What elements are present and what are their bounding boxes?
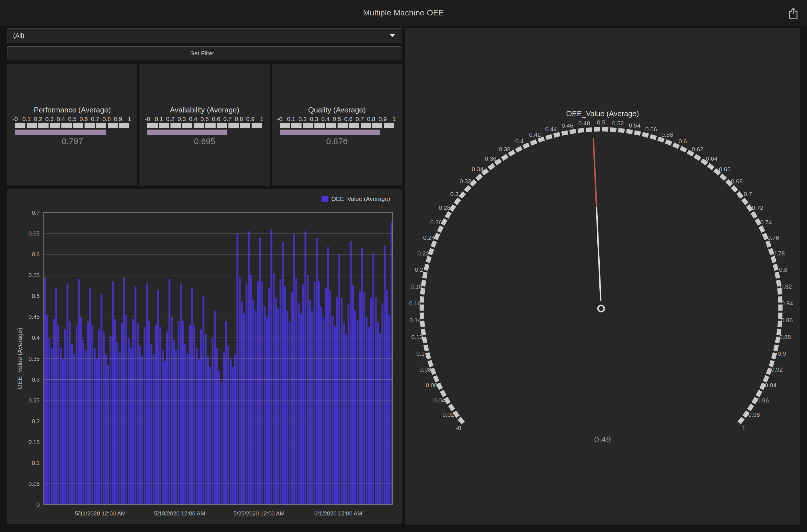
kpi-scale-segment <box>73 123 84 128</box>
dropdown-selected-value: (All) <box>13 32 24 39</box>
svg-text:0.6: 0.6 <box>32 251 40 258</box>
kpi-tick-label: 0.1 <box>287 116 295 122</box>
bar <box>297 303 299 505</box>
kpi-value: 0.797 <box>15 136 129 146</box>
svg-text:0.1: 0.1 <box>416 350 425 357</box>
kpi-bar-track <box>147 130 261 135</box>
kpi-scale-segment <box>291 123 301 128</box>
y-axis-title: OEE_Value (Average) <box>16 328 23 390</box>
bar <box>361 248 363 505</box>
kpi-bar-track <box>280 130 394 135</box>
kpi-tick-label: 0.1 <box>155 116 163 122</box>
svg-text:6/1/2020 12:00 AM: 6/1/2020 12:00 AM <box>314 510 362 517</box>
svg-text:0.4: 0.4 <box>515 138 524 145</box>
kpi-tick-label: 0.3 <box>45 116 53 122</box>
bar <box>209 367 211 505</box>
svg-text:0.5: 0.5 <box>32 293 40 299</box>
bar <box>182 321 184 505</box>
left-column: (All) Set Filter... Performance (Average… <box>7 28 402 524</box>
svg-text:0.68: 0.68 <box>731 178 743 184</box>
kpi-tick-label: -0 <box>277 116 282 122</box>
kpi-tick-label: 0.6 <box>80 116 88 122</box>
kpi-tick-label: 0.4 <box>321 116 330 122</box>
svg-text:0.36: 0.36 <box>485 155 497 162</box>
bar <box>60 348 62 505</box>
kpi-scale-segment <box>194 123 204 128</box>
bar <box>121 323 123 505</box>
kpi-tick-label: 0.2 <box>298 116 307 122</box>
bar <box>146 283 148 505</box>
bar <box>348 305 350 505</box>
bar <box>384 246 386 505</box>
bar <box>100 294 103 505</box>
linear-gauge-performance: Performance (Average) -00.10.20.30.40.50… <box>15 106 129 146</box>
svg-text:0.32: 0.32 <box>459 178 471 184</box>
kpi-scale-segment <box>228 123 239 128</box>
kpi-scale-segment <box>337 123 348 128</box>
bar <box>125 315 127 505</box>
svg-text:0.44: 0.44 <box>545 126 557 132</box>
kpi-scale-segment <box>27 123 37 128</box>
bar <box>243 313 245 505</box>
bar <box>253 300 254 505</box>
bar <box>175 350 177 505</box>
bar <box>250 275 252 505</box>
bar <box>284 286 286 505</box>
bar <box>236 233 238 505</box>
bar <box>287 310 289 505</box>
legend-swatch <box>322 196 328 202</box>
svg-text:0.78: 0.78 <box>773 250 785 256</box>
svg-text:0.88: 0.88 <box>779 334 791 340</box>
bar <box>114 319 116 505</box>
kpi-tick-label: 0.7 <box>91 116 99 122</box>
bar <box>200 329 202 505</box>
svg-text:0.24: 0.24 <box>423 234 435 241</box>
kpi-card-availability: Availability (Average) -00.10.20.30.40.5… <box>139 64 270 186</box>
svg-text:0.3: 0.3 <box>450 191 459 197</box>
kpi-tick-label: 0.6 <box>344 116 352 122</box>
bar <box>332 316 333 505</box>
kpi-tick-labels: -00.10.20.30.40.50.60.70.80.91 <box>147 115 261 123</box>
machine-filter-dropdown[interactable]: (All) <box>7 28 402 43</box>
bar <box>350 241 352 505</box>
svg-text:0.65: 0.65 <box>29 230 40 236</box>
bar <box>314 281 315 505</box>
share-icon[interactable] <box>788 7 799 19</box>
bar <box>368 327 370 505</box>
bar <box>207 357 209 505</box>
bar <box>193 325 195 505</box>
gauge-value: 0.49 <box>405 435 800 444</box>
bar <box>388 315 390 505</box>
bar <box>268 288 270 505</box>
svg-text:0.6: 0.6 <box>678 138 687 145</box>
svg-text:5/18/2020 12:00 AM: 5/18/2020 12:00 AM <box>154 510 205 517</box>
bar <box>91 325 93 505</box>
set-filter-button[interactable]: Set Filter... <box>7 46 402 60</box>
kpi-tick-label: 1 <box>260 116 263 122</box>
bar <box>171 317 173 505</box>
kpi-scale-segment <box>303 123 313 128</box>
svg-text:0.45: 0.45 <box>29 314 40 320</box>
bar <box>76 325 78 505</box>
svg-text:0.66: 0.66 <box>719 166 731 172</box>
bar <box>261 281 263 505</box>
bar <box>239 278 241 505</box>
page-title: Multiple Machine OEE <box>363 8 444 17</box>
kpi-scale-segment <box>252 123 262 128</box>
kpi-value-bar <box>15 130 106 135</box>
bar <box>139 346 141 505</box>
bar <box>334 326 336 505</box>
bar <box>191 288 193 505</box>
bar <box>123 278 125 505</box>
kpi-scale-segments <box>15 123 129 128</box>
bar <box>173 340 175 505</box>
bar <box>94 348 96 505</box>
bar <box>159 327 161 505</box>
chart-legend: OEE_Value (Average) <box>322 195 390 202</box>
bar <box>275 298 277 505</box>
bar <box>96 359 98 505</box>
kpi-tick-label: 0.4 <box>189 116 197 122</box>
svg-text:0.86: 0.86 <box>781 317 793 323</box>
bar <box>46 315 48 505</box>
svg-text:0.55: 0.55 <box>29 272 40 278</box>
